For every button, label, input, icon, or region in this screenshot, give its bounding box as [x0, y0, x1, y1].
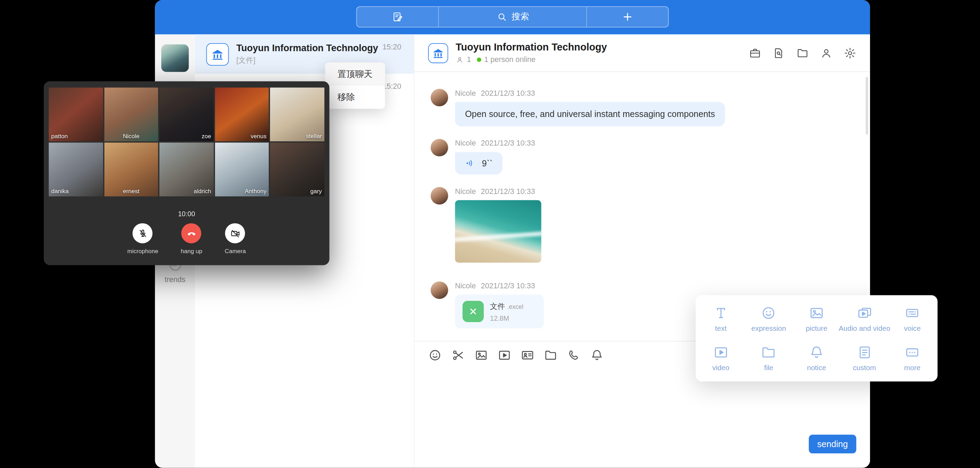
participant-tile[interactable]: zoe	[159, 88, 214, 141]
voice-icon	[904, 305, 920, 321]
message-body: Nicole 2021/12/3 10:33	[455, 187, 541, 262]
bell-icon[interactable]	[590, 348, 604, 362]
video-call-panel: patton Nicole zoe venus stellar danika e…	[44, 81, 329, 265]
participant-tile[interactable]: Nicole	[104, 88, 158, 141]
chat-subtitle: 1 1 person online	[455, 55, 607, 64]
group-avatar	[206, 43, 229, 65]
popup-item-label: custom	[853, 364, 876, 372]
sender-avatar[interactable]	[431, 187, 448, 204]
announcement-icon[interactable]	[749, 47, 762, 59]
sender-avatar[interactable]	[431, 89, 448, 106]
popup-item-expression[interactable]: expression	[745, 299, 793, 338]
message-time: 2021/12/3 10:33	[481, 281, 535, 290]
popup-item-label: expression	[751, 324, 786, 332]
participant-name: venus	[218, 133, 267, 140]
participant-tile[interactable]: gary	[270, 142, 325, 196]
excel-file-icon	[463, 301, 484, 322]
file-size: 12.8M	[490, 314, 523, 322]
popup-item-label: picture	[806, 324, 827, 332]
popup-item-label: notice	[807, 364, 826, 372]
video-icon	[713, 345, 729, 360]
sender-avatar[interactable]	[431, 139, 448, 157]
control-label: Camera	[225, 248, 246, 254]
message-meta: Nicole 2021/12/3 10:33	[455, 139, 535, 148]
message-meta: Nicole 2021/12/3 10:33	[455, 187, 541, 196]
beach-photo-thumbnail[interactable]	[455, 200, 541, 263]
context-menu-item-remove[interactable]: 移除	[325, 86, 385, 109]
image-icon[interactable]	[474, 348, 488, 362]
participant-name: danika	[51, 188, 100, 195]
scrollbar-thumb[interactable]	[865, 77, 868, 134]
hang-up-icon	[186, 228, 197, 239]
popup-item-label: file	[764, 364, 773, 372]
picture-icon	[809, 305, 824, 321]
chat-title: Tuoyun Information Technology	[455, 42, 607, 53]
video-icon[interactable]	[498, 348, 512, 362]
popup-item-voice[interactable]: voice	[888, 299, 937, 338]
emoji-icon[interactable]	[428, 348, 442, 362]
sender-name: Nicole	[455, 281, 476, 290]
member-icon	[455, 55, 463, 63]
scissors-icon[interactable]	[451, 348, 465, 362]
participant-tile[interactable]: stellar	[270, 88, 325, 141]
microphone-button[interactable]	[133, 223, 153, 243]
contact-icon[interactable]	[820, 47, 832, 59]
file-icon	[761, 345, 776, 360]
sender-avatar[interactable]	[431, 281, 448, 299]
popup-item-notice[interactable]: notice	[793, 339, 841, 378]
message-voice: Nicole 2021/12/3 10:33 9``	[431, 139, 870, 174]
popup-item-audio-video[interactable]: Audio and video	[840, 299, 888, 338]
chat-panel: Tuoyun Information Technology 1 1 person…	[414, 35, 870, 468]
file-search-icon[interactable]	[773, 47, 785, 59]
group-avatar	[428, 43, 448, 63]
message-body: Nicole 2021/12/3 10:33	[455, 281, 544, 328]
file-attachment[interactable]: 文件 .excel 12.8M	[455, 295, 544, 328]
popup-item-file[interactable]: file	[745, 339, 793, 378]
message-body: Nicole 2021/12/3 10:33 9``	[455, 139, 535, 174]
participant-name: aldrich	[162, 188, 211, 195]
voice-bubble[interactable]: 9``	[455, 152, 503, 174]
online-dot	[477, 57, 481, 62]
popup-item-text[interactable]: text	[697, 299, 745, 338]
settings-icon[interactable]	[844, 47, 856, 59]
hang-up-button[interactable]	[182, 223, 202, 243]
popup-item-custom[interactable]: custom	[840, 339, 888, 378]
message-time: 2021/12/3 10:33	[481, 139, 535, 148]
popup-item-label: text	[715, 324, 727, 332]
user-avatar[interactable]	[161, 45, 189, 72]
folder-icon[interactable]	[796, 47, 809, 59]
participant-tile[interactable]: Anthony	[215, 142, 269, 196]
phone-icon[interactable]	[567, 348, 581, 362]
camera-control[interactable]: Camera	[225, 223, 246, 254]
file-name: 文件 .excel	[490, 301, 523, 312]
participant-tile[interactable]: aldrich	[159, 142, 214, 196]
participant-tile[interactable]: ernest	[104, 142, 158, 196]
chat-header-meta: Tuoyun Information Technology 1 1 person…	[455, 42, 607, 64]
participant-tile[interactable]: danika	[49, 142, 103, 196]
participant-tile[interactable]: patton	[49, 88, 103, 141]
search-input[interactable]: 搜索	[438, 7, 587, 27]
search-label: 搜索	[512, 11, 529, 22]
popup-item-picture[interactable]: picture	[793, 299, 841, 338]
compose-button[interactable]	[357, 7, 438, 27]
add-button[interactable]	[587, 7, 668, 27]
text-bubble[interactable]: Open source, free, and universal instant…	[455, 102, 725, 126]
send-button[interactable]: sending	[809, 435, 856, 454]
microphone-control[interactable]: microphone	[127, 223, 158, 254]
online-status: 1 person online	[484, 55, 535, 64]
context-menu-item-pin[interactable]: 置顶聊天	[325, 63, 385, 86]
note-compose-icon	[392, 11, 403, 22]
participant-tile[interactable]: venus	[215, 88, 269, 141]
message-image: Nicole 2021/12/3 10:33	[431, 187, 870, 262]
message-type-popup: text expression picture	[696, 295, 937, 382]
chat-header: Tuoyun Information Technology 1 1 person…	[414, 35, 870, 72]
idcard-icon[interactable]	[520, 348, 535, 362]
folder-icon[interactable]	[544, 348, 558, 362]
popup-item-more[interactable]: more	[888, 339, 937, 378]
participant-name: patton	[51, 133, 100, 140]
camera-button[interactable]	[225, 223, 245, 243]
hang-up-control[interactable]: hang up	[181, 223, 202, 254]
popup-item-video[interactable]: video	[697, 339, 745, 378]
call-controls: microphone hang up Camera	[44, 223, 329, 254]
sound-wave-icon	[465, 158, 476, 169]
